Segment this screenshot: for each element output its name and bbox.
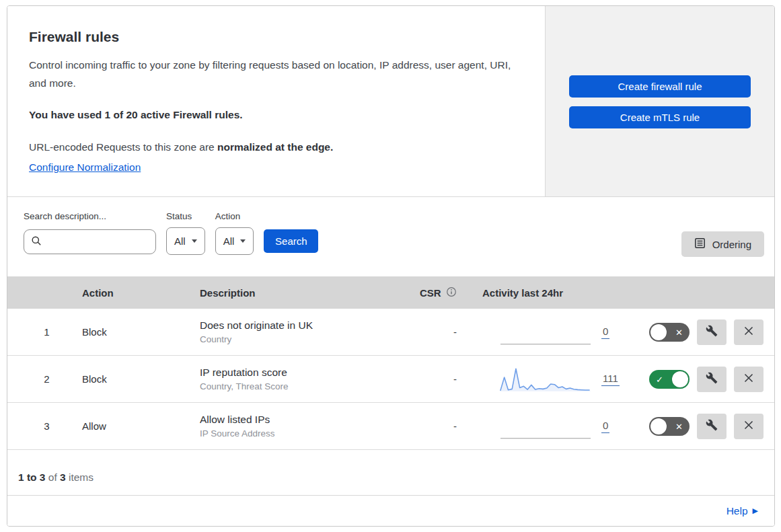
wrench-icon xyxy=(706,325,718,339)
rule-action: Block xyxy=(75,326,193,338)
rule-fields: IP Source Address xyxy=(200,428,408,439)
rule-csr-value: - xyxy=(408,420,476,432)
pagination-range: 1 to 3 xyxy=(18,471,45,483)
toggle-knob xyxy=(650,418,667,434)
chevron-down-icon xyxy=(192,239,197,243)
toggle-knob xyxy=(672,371,688,387)
activity-count-link[interactable]: 0 xyxy=(601,326,609,339)
column-activity: Activity last 24hr xyxy=(476,287,629,299)
rule-activity-cell: 0 xyxy=(476,317,629,347)
info-icon[interactable] xyxy=(446,287,457,299)
activity-sparkline xyxy=(499,317,592,347)
delete-rule-button[interactable] xyxy=(734,319,764,345)
help-link[interactable]: Help ▶ xyxy=(727,505,758,517)
action-dropdown-value: All xyxy=(223,235,235,247)
column-action: Action xyxy=(75,287,193,299)
search-group: Search description... xyxy=(24,211,156,254)
cross-icon: ✕ xyxy=(675,328,683,336)
rule-description-cell: Allow listed IPs IP Source Address xyxy=(193,414,408,439)
action-filter-group: Action All xyxy=(215,211,254,255)
rule-enabled-toggle[interactable]: ✓ ✕ xyxy=(649,370,690,389)
pagination-items: items xyxy=(66,471,94,483)
rule-priority: 2 xyxy=(18,373,75,385)
arrow-right-icon: ▶ xyxy=(753,507,758,515)
search-button[interactable]: Search xyxy=(264,229,318,253)
status-dropdown-value: All xyxy=(174,235,186,247)
toggle-knob xyxy=(650,324,667,340)
normalization-note: URL-encoded Requests to this zone are no… xyxy=(29,141,518,153)
rule-action: Block xyxy=(75,373,193,385)
rule-description: IP reputation score xyxy=(200,367,408,379)
help-bar: Help ▶ xyxy=(7,496,774,526)
column-csr-label: CSR xyxy=(420,287,441,299)
rule-controls: ✓ ✕ xyxy=(629,319,764,345)
usage-summary: You have used 1 of 20 active Firewall ru… xyxy=(29,109,518,121)
ordering-button[interactable]: Ordering xyxy=(681,231,764,257)
normalization-bold: normalized at the edge. xyxy=(217,141,333,153)
ordering-button-label: Ordering xyxy=(712,239,751,250)
firewall-rules-page: Firewall rules Control incoming traffic … xyxy=(0,0,781,532)
ordering-list-icon xyxy=(694,237,706,251)
chevron-down-icon xyxy=(240,239,246,243)
rule-csr-value: - xyxy=(408,373,476,385)
edit-rule-button[interactable] xyxy=(697,367,727,392)
search-input[interactable] xyxy=(24,229,156,254)
table-row: 2 Block IP reputation score Country, Thr… xyxy=(7,356,774,403)
rule-fields: Country xyxy=(200,334,408,344)
rule-description: Allow listed IPs xyxy=(200,414,408,426)
action-dropdown[interactable]: All xyxy=(215,227,254,255)
table-header: Action Description CSR Activity last 24h… xyxy=(7,276,774,309)
activity-count-link[interactable]: 111 xyxy=(601,373,620,386)
activity-sparkline xyxy=(499,365,592,394)
activity-count-link[interactable]: 0 xyxy=(601,420,609,433)
activity-sparkline xyxy=(499,412,592,441)
delete-rule-button[interactable] xyxy=(734,367,764,392)
create-mtls-rule-button[interactable]: Create mTLS rule xyxy=(569,106,751,128)
status-filter-group: Status All xyxy=(166,211,205,255)
delete-rule-button[interactable] xyxy=(734,414,764,439)
edit-rule-button[interactable] xyxy=(697,414,727,439)
close-icon xyxy=(743,326,754,338)
rule-action: Allow xyxy=(75,420,193,432)
status-dropdown[interactable]: All xyxy=(166,227,205,255)
page-description: Control incoming traffic to your zone by… xyxy=(29,56,518,92)
column-csr: CSR xyxy=(408,287,476,299)
rule-csr-value: - xyxy=(408,326,476,338)
wrench-icon xyxy=(706,372,718,386)
help-link-label: Help xyxy=(727,505,748,517)
table-row: 3 Allow Allow listed IPs IP Source Addre… xyxy=(7,403,774,450)
rule-activity-cell: 111 xyxy=(476,365,629,394)
rule-controls: ✓ ✕ xyxy=(629,414,764,439)
normalization-prefix: URL-encoded Requests to this zone are xyxy=(29,141,217,153)
pagination-total: 3 xyxy=(60,471,66,483)
rule-description-cell: Does not originate in UK Country xyxy=(193,319,408,344)
wrench-icon xyxy=(706,419,718,433)
check-icon: ✓ xyxy=(656,375,663,383)
rule-priority: 3 xyxy=(18,420,75,432)
close-icon xyxy=(743,420,754,432)
edit-rule-button[interactable] xyxy=(697,319,727,345)
rule-priority: 1 xyxy=(18,326,75,338)
configure-normalization-link[interactable]: Configure Normalization xyxy=(29,161,141,173)
rule-fields: Country, Threat Score xyxy=(200,381,408,391)
status-label: Status xyxy=(166,211,205,221)
rule-enabled-toggle[interactable]: ✓ ✕ xyxy=(649,323,690,342)
rule-controls: ✓ ✕ xyxy=(629,367,764,392)
firewall-rules-card: Firewall rules Control incoming traffic … xyxy=(7,5,775,527)
cross-icon: ✕ xyxy=(675,422,683,430)
create-firewall-rule-button[interactable]: Create firewall rule xyxy=(569,75,751,98)
table-row: 1 Block Does not originate in UK Country… xyxy=(7,309,774,356)
rule-activity-cell: 0 xyxy=(476,412,629,441)
filter-bar: Search description... Status All Action … xyxy=(7,197,774,276)
page-title: Firewall rules xyxy=(29,29,518,45)
rule-enabled-toggle[interactable]: ✓ ✕ xyxy=(649,417,690,436)
pagination-of: of xyxy=(45,471,60,483)
search-icon xyxy=(31,235,42,249)
column-description: Description xyxy=(193,287,408,299)
header-text-block: Firewall rules Control incoming traffic … xyxy=(7,6,545,196)
actions-panel: Create firewall rule Create mTLS rule xyxy=(545,6,774,196)
search-label: Search description... xyxy=(24,211,156,221)
rule-description-cell: IP reputation score Country, Threat Scor… xyxy=(193,367,408,391)
rule-description: Does not originate in UK xyxy=(200,319,408,332)
header-section: Firewall rules Control incoming traffic … xyxy=(7,6,774,197)
